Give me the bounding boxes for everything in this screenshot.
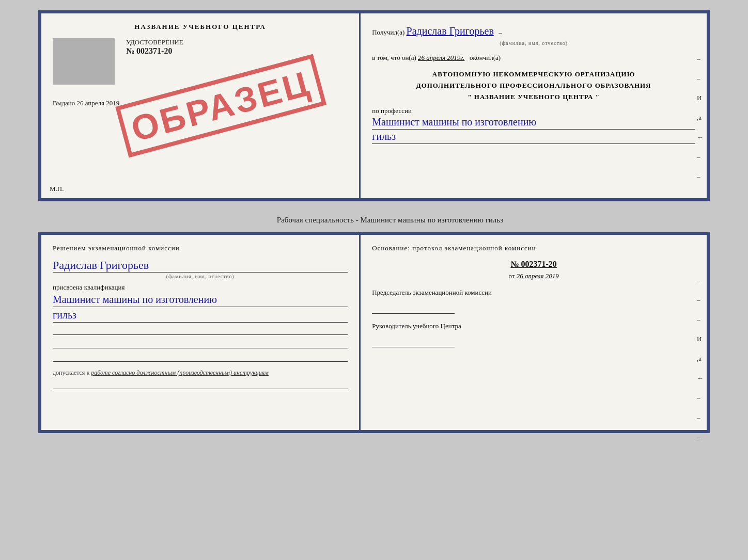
org-line2: ДОПОЛНИТЕЛЬНОГО ПРОФЕССИОНАЛЬНОГО ОБРАЗО… — [372, 80, 695, 91]
bl-dopuskaetsya-text: работе согласно должностным (производств… — [91, 369, 269, 376]
vibrano-date: 26 апреля 2019 — [77, 99, 120, 107]
vtomchto-label: в том, что он(а) — [372, 54, 416, 61]
bl-prof-line2: гильз — [53, 309, 348, 323]
bl-assign: присвоена квалификация — [53, 283, 348, 292]
vtomchto-date: 26 апреля 2019г. — [418, 54, 464, 61]
top-left-title: НАЗВАНИЕ УЧЕБНОГО ЦЕНТРА — [53, 23, 348, 31]
profession-line2: гильз — [372, 131, 695, 144]
bl-fio-subtitle: (фамилия, имя, отчество) — [53, 274, 348, 279]
org-block: АВТОНОМНУЮ НЕКОММЕРЧЕСКУЮ ОРГАНИЗАЦИЮ ДО… — [372, 69, 695, 103]
br-director-sig — [372, 335, 455, 347]
br-date-value: 26 апреля 2019 — [517, 272, 559, 280]
doc-top-right: Получил(а) Радислав Григорьев – (фамилия… — [361, 13, 707, 198]
caption-between: Рабочая специальность - Машинист машины … — [277, 216, 503, 225]
photo-placeholder — [53, 38, 115, 85]
side-dashes-bottom: – – – И ,а ← – – – — [697, 276, 704, 441]
bl-underline3 — [53, 351, 348, 362]
doc-top-left: НАЗВАНИЕ УЧЕБНОГО ЦЕНТРА УДОСТОВЕРЕНИЕ №… — [41, 13, 361, 198]
org-line1: АВТОНОМНУЮ НЕКОММЕРЧЕСКУЮ ОРГАНИЗАЦИЮ — [372, 69, 695, 80]
br-date-line: от 26 апреля 2019 — [372, 272, 695, 280]
br-chairman-sig — [372, 301, 455, 314]
uds-row: УДОСТОВЕРЕНИЕ № 002371-20 — [53, 38, 348, 85]
uds-label: УДОСТОВЕРЕНИЕ — [126, 38, 183, 46]
doc-bottom-right: Основание: протокол экзаменационной коми… — [361, 235, 707, 430]
po-professii: по профессии Машинист машины по изготовл… — [372, 107, 695, 144]
bl-underline1 — [53, 325, 348, 335]
okonchil-label: окончил(а) — [470, 54, 501, 61]
po-professii-label: по профессии — [372, 107, 412, 115]
profession-line1: Машинист машины по изготовлению — [372, 116, 695, 130]
document-bottom: Решением экзаменационной комиссии Радисл… — [38, 232, 710, 433]
br-date-label: от — [508, 272, 515, 280]
fio-subtitle: (фамилия, имя, отчество) — [372, 39, 695, 47]
poluchil-line: Получил(а) Радислав Григорьев – (фамилия… — [372, 23, 695, 47]
uds-number: № 002371-20 — [126, 46, 183, 56]
vibrano-row: Выдано 26 апреля 2019 — [53, 99, 348, 107]
vtomchto-line: в том, что он(а) 26 апреля 2019г. окончи… — [372, 53, 695, 63]
bl-title: Решением экзаменационной комиссии — [53, 244, 348, 252]
bl-underline4 — [53, 379, 348, 389]
br-director: Руководитель учебного Центра — [372, 321, 695, 332]
bl-prof-line1: Машинист машины по изготовлению — [53, 294, 348, 307]
bl-dopuskaetsya-label: допускается к — [53, 369, 89, 376]
poluchil-name: Радислав Григорьев — [407, 25, 494, 37]
document-top: НАЗВАНИЕ УЧЕБНОГО ЦЕНТРА УДОСТОВЕРЕНИЕ №… — [38, 10, 710, 201]
bl-dopuskaetsya: допускается к работе согласно должностны… — [53, 369, 348, 377]
vibrano-label: Выдано — [53, 99, 75, 107]
doc-bottom-left: Решением экзаменационной комиссии Радисл… — [41, 235, 361, 430]
side-dashes-top: – – И ,а ← – – — [697, 55, 704, 181]
bl-underline2 — [53, 338, 348, 348]
mp-label: М.П. — [50, 185, 64, 193]
bl-name: Радислав Григорьев — [53, 259, 348, 273]
br-chairman: Председатель экзаменационной комиссии — [372, 287, 695, 298]
org-quote: " НАЗВАНИЕ УЧЕБНОГО ЦЕНТРА " — [372, 91, 695, 103]
br-number: № 002371-20 — [372, 260, 695, 269]
poluchil-label: Получил(а) — [372, 28, 404, 36]
br-title: Основание: протокол экзаменационной коми… — [372, 244, 695, 252]
